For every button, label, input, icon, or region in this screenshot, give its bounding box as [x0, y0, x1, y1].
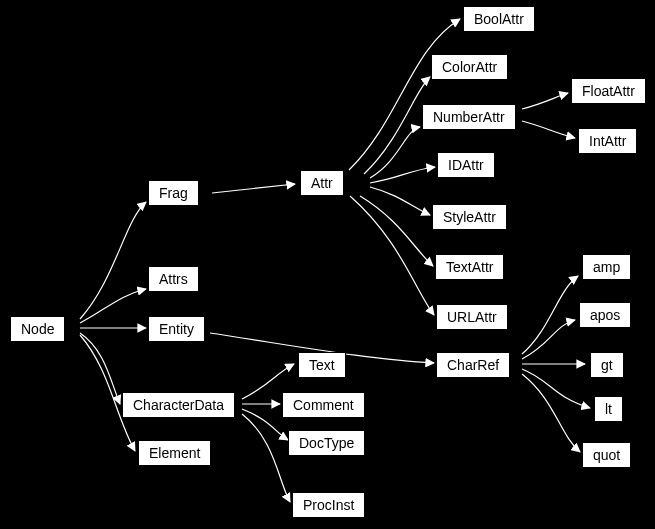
node-comment: Comment: [282, 392, 365, 418]
node-characterdata: CharacterData: [122, 392, 235, 418]
node-charref: CharRef: [436, 352, 510, 378]
node-element: Element: [138, 440, 211, 466]
node-textattr: TextAttr: [435, 254, 504, 280]
node-amp: amp: [582, 254, 631, 280]
node-attrs: Attrs: [148, 266, 199, 292]
node-doctype: DocType: [288, 430, 365, 456]
node-lt: lt: [594, 396, 623, 422]
node-apos: apos: [579, 302, 631, 328]
node-intattr: IntAttr: [578, 128, 637, 154]
node-floatattr: FloatAttr: [571, 78, 646, 104]
node-quot: quot: [582, 442, 631, 468]
node-boolattr: BoolAttr: [463, 6, 535, 32]
node-styleattr: StyleAttr: [432, 204, 507, 230]
node-procinst: ProcInst: [292, 492, 365, 518]
node-colorattr: ColorAttr: [431, 54, 508, 80]
node-numberattr: NumberAttr: [422, 104, 516, 130]
node-entity: Entity: [148, 316, 205, 342]
node-gt: gt: [590, 352, 624, 378]
node-attr: Attr: [300, 170, 344, 196]
node-idattr: IDAttr: [437, 152, 495, 178]
node-text: Text: [298, 352, 346, 378]
node-urlattr: URLAttr: [436, 304, 508, 330]
node-node: Node: [10, 316, 65, 342]
node-frag: Frag: [148, 180, 199, 206]
